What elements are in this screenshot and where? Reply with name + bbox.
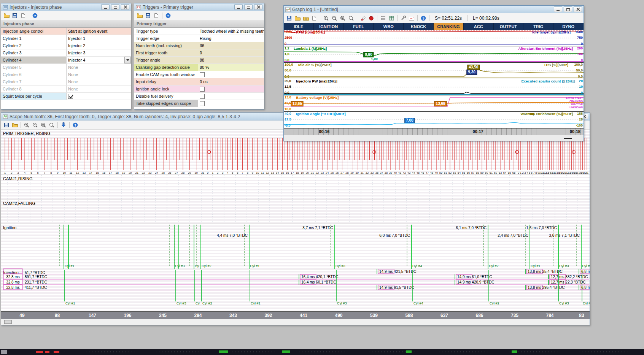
property-row[interactable]: Take skipped edges on scope (134, 100, 264, 107)
zoom-fit-button[interactable] (40, 121, 47, 129)
property-row[interactable]: Input delay0 us (134, 78, 264, 86)
property-value[interactable]: 88 (198, 57, 264, 63)
save-button[interactable] (11, 12, 19, 19)
property-row[interactable]: Cylinder 3Injector 3 (1, 49, 131, 57)
property-value[interactable]: None (67, 78, 131, 85)
property-row[interactable]: Disable fuel delivery (134, 93, 264, 100)
save-button[interactable] (285, 14, 293, 22)
zoom-fit-button[interactable] (339, 14, 347, 22)
property-value[interactable] (198, 93, 264, 100)
close-button[interactable] (121, 4, 129, 10)
minimize-button[interactable] (101, 4, 110, 10)
graph-tab-cranking[interactable]: CRANKING (434, 23, 464, 30)
property-row[interactable]: Num teeth (incl. missing)36 (134, 42, 264, 49)
property-row[interactable]: Trigger edgeRising (134, 35, 264, 42)
clear-button[interactable] (359, 14, 367, 22)
graph-plot-area[interactable]: 500025000RPM (rpm)[50Hz]15007500Idle tar… (284, 30, 584, 128)
help-button[interactable]: ? (164, 12, 172, 19)
graph-titlebar[interactable]: Graph log 1 - [Untitled] (284, 6, 584, 13)
new-button[interactable] (153, 12, 160, 19)
zoom-out-button[interactable] (31, 121, 39, 129)
signal-button[interactable] (408, 14, 415, 22)
graph-tab-dyno[interactable]: DYNO (553, 23, 584, 30)
help-button[interactable]: ? (31, 12, 39, 19)
property-row[interactable]: Cylinder 4Injector 4 (1, 57, 131, 64)
maximize-button[interactable] (111, 4, 119, 10)
open-recent-button[interactable] (302, 14, 310, 22)
graph-tab-trig[interactable]: TRIG (523, 23, 553, 30)
property-value[interactable]: 0 us (198, 78, 264, 85)
property-row[interactable]: Ignition angle lock (134, 86, 264, 93)
record-button[interactable] (367, 14, 375, 22)
property-value[interactable] (67, 93, 131, 100)
property-row[interactable]: Injection angle controlStart at ignition… (1, 28, 131, 35)
open-button[interactable] (294, 14, 301, 22)
property-row[interactable]: Cylinder 2Injector 2 (1, 42, 131, 49)
checkbox[interactable] (200, 87, 205, 92)
property-value[interactable]: Rising (198, 35, 264, 42)
checkbox[interactable] (200, 101, 205, 106)
property-value[interactable]: Injector 3 (67, 49, 131, 56)
close-button[interactable] (574, 6, 582, 12)
maximize-button[interactable] (244, 4, 253, 10)
property-value[interactable]: Start at ignition event (67, 28, 131, 35)
property-value[interactable]: Injector 1 (67, 35, 131, 42)
zoom-in-button[interactable] (322, 14, 330, 22)
graph-tab-fuel[interactable]: FUEL (344, 23, 374, 30)
table-view-button[interactable] (388, 14, 395, 22)
graph-tab-ignition[interactable]: IGNITION (314, 23, 344, 30)
property-value[interactable]: 36 (198, 42, 264, 49)
close-button[interactable] (254, 4, 262, 10)
property-value[interactable]: Injector 2 (67, 42, 131, 49)
graph-tab-acc[interactable]: ACC (464, 23, 494, 30)
save-button[interactable] (3, 121, 10, 129)
property-value[interactable]: 0 (198, 49, 264, 56)
scope-scrollbar[interactable] (1, 319, 590, 325)
property-row[interactable]: Cylinder 1Injector 1 (1, 35, 131, 42)
property-row[interactable]: Trigger typeToothed wheel with 2 missing… (134, 28, 264, 35)
zoom-select-button[interactable] (347, 14, 355, 22)
property-value[interactable]: 80 % (198, 64, 264, 71)
property-value[interactable]: None (67, 71, 131, 78)
property-value[interactable]: Injector 4 (67, 57, 131, 63)
save-button[interactable] (144, 12, 152, 19)
scope-plot-area[interactable]: PRIM TRIGGER, RISING12345678910111213141… (1, 130, 590, 311)
property-row[interactable]: Squirt twice per cycle (1, 93, 131, 100)
dropdown-arrow-icon[interactable] (124, 57, 131, 63)
property-value[interactable]: None (67, 64, 131, 71)
zoom-select-button[interactable] (48, 121, 56, 129)
property-row[interactable]: Trigger angle88 (134, 57, 264, 64)
open-button[interactable] (3, 12, 10, 19)
property-value[interactable]: Toothed wheel with 2 missing teeth (198, 28, 264, 35)
property-row[interactable]: Cranking gap detection scale80 % (134, 64, 264, 71)
property-row[interactable]: Cylinder 5None (1, 64, 131, 71)
graph-scrollbar[interactable] (284, 135, 584, 141)
triggers-titlebar[interactable]: Triggers - Primary trigger (134, 3, 264, 11)
open-button[interactable] (136, 12, 143, 19)
export-button[interactable] (310, 14, 318, 22)
graph-tab-knock[interactable]: KNOCK (404, 23, 434, 30)
zoom-out-button[interactable] (331, 14, 338, 22)
property-value[interactable] (198, 71, 264, 78)
help-button[interactable]: ? (72, 121, 79, 129)
minimize-button[interactable] (554, 6, 562, 12)
zoom-in-button[interactable] (23, 121, 30, 129)
open-button[interactable] (11, 121, 19, 129)
checkbox[interactable] (200, 94, 205, 99)
scrollbar-thumb[interactable] (4, 320, 12, 324)
channel-list-button[interactable] (379, 14, 387, 22)
graph-tab-idle[interactable]: IDLE (284, 23, 314, 30)
checkbox[interactable] (200, 72, 205, 77)
maximize-button[interactable] (564, 6, 572, 12)
property-row[interactable]: First trigger tooth0 (134, 49, 264, 57)
property-value[interactable] (198, 86, 264, 92)
graph-tab-output[interactable]: OUTPUT (494, 23, 524, 30)
checkbox[interactable] (68, 94, 73, 99)
help-button[interactable]: ? (420, 14, 427, 22)
scrollbar-thumb[interactable] (564, 138, 572, 139)
property-value[interactable] (198, 100, 264, 107)
new-button[interactable] (19, 12, 27, 19)
minimize-button[interactable] (234, 4, 243, 10)
property-row[interactable]: Cylinder 8None (1, 86, 131, 93)
property-row[interactable]: Cylinder 7None (1, 78, 131, 86)
